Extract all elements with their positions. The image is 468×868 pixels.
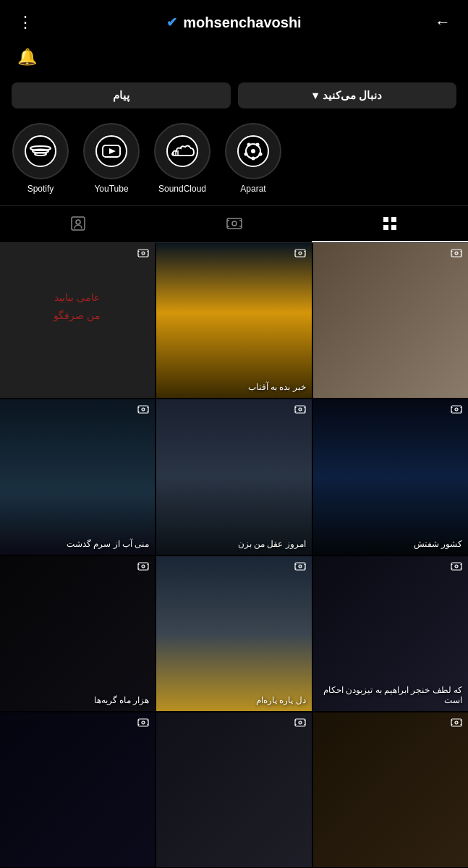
grid-item-7[interactable]: هزار ماه گریه‌ها (0, 556, 155, 711)
verified-icon: ✔ (166, 14, 177, 30)
svg-point-20 (76, 220, 80, 224)
message-button[interactable]: پیام (12, 82, 231, 109)
svg-point-106 (456, 722, 456, 723)
grid-item-9[interactable]: که لطف خنجر ابراهیم به تیزبودن احکام است (313, 556, 468, 711)
bell-icon: 🔔 (17, 48, 37, 66)
grid-item-1[interactable] (0, 243, 155, 398)
grid-text-8: دل پاره پاره‌ام (162, 695, 305, 705)
svg-rect-19 (72, 217, 85, 230)
highlight-label-youtube: YouTube (94, 184, 128, 194)
grid-item-5[interactable]: امروز عقل من بزن (156, 399, 311, 554)
highlight-item-aparat[interactable]: Aparat (224, 123, 282, 194)
highlight-item-soundcloud[interactable]: SoundCloud (153, 123, 211, 194)
grid-item-8[interactable]: دل پاره پاره‌ام (156, 556, 311, 711)
action-bar: پیام ▾ دنبال می‌کنید (0, 75, 468, 119)
highlight-circle-soundcloud (154, 123, 210, 179)
reel-icon-12 (451, 717, 462, 731)
highlight-item-youtube[interactable]: YouTube (82, 123, 140, 194)
reel-icon-9 (451, 561, 462, 575)
svg-point-36 (299, 253, 300, 254)
svg-point-50 (143, 409, 144, 410)
reel-icon-5 (294, 404, 306, 418)
grid-item-2[interactable]: خبر بده به آفتاب (156, 243, 311, 398)
dots-icon: ⋮ (17, 13, 33, 31)
reel-icon-3 (451, 247, 462, 262)
svg-rect-26 (391, 225, 396, 230)
back-button[interactable]: ← (432, 10, 454, 35)
reel-icon-6 (451, 404, 462, 418)
reel-icon-10 (137, 717, 149, 731)
tab-tagged[interactable] (0, 206, 156, 242)
highlight-label-aparat: Aparat (240, 184, 265, 194)
reel-icon-11 (294, 717, 306, 731)
tab-grid[interactable] (312, 206, 468, 242)
highlight-circle-youtube (83, 123, 140, 179)
svg-point-92 (143, 722, 144, 723)
svg-point-22 (232, 221, 237, 226)
svg-point-71 (143, 566, 144, 566)
username: mohsenchavoshi (183, 14, 301, 31)
svg-point-85 (456, 566, 456, 566)
grid-item-11[interactable] (156, 712, 311, 867)
grid-item-3[interactable] (313, 243, 468, 398)
post-grid: خبر بده به آفتاب منی آب از سرم گذشت امرو… (0, 243, 468, 867)
highlight-label-spotify: Spotify (27, 184, 54, 194)
svg-point-15 (256, 143, 260, 147)
svg-point-18 (244, 153, 248, 156)
highlight-circle-aparat (225, 123, 281, 179)
top-bar: ⋮ ✔ mohsenchavoshi ← (0, 0, 468, 45)
svg-point-16 (259, 153, 263, 156)
svg-rect-24 (391, 217, 396, 222)
svg-point-13 (251, 149, 255, 153)
highlight-item-spotify[interactable]: Spotify (12, 123, 69, 194)
highlight-label-soundcloud: SoundCloud (158, 184, 206, 194)
svg-point-78 (299, 566, 300, 566)
grid-text-6: کشور شفتش (319, 539, 462, 549)
follow-chevron-icon: ▾ (312, 89, 318, 102)
follow-button[interactable]: ▾ دنبال می‌کنید (238, 82, 457, 109)
svg-point-7 (167, 136, 197, 166)
grid-item-12[interactable] (313, 712, 468, 867)
reel-icon-2 (294, 247, 306, 262)
follow-label: دنبال می‌کنید (323, 89, 382, 102)
grid-item-6[interactable]: کشور شفتش (313, 399, 468, 554)
highlight-circle-spotify (12, 123, 69, 179)
svg-rect-25 (383, 225, 388, 230)
highlights-row: Spotify YouTube SoundCloud (0, 119, 468, 205)
grid-text-7: هزار ماه گریه‌ها (6, 695, 149, 705)
grid-text-9: که لطف خنجر ابراهیم به تیزبودن احکام است (319, 685, 462, 705)
reel-icon-8 (294, 561, 306, 575)
grid-text-2: خبر بده به آفتاب (162, 382, 305, 392)
svg-point-99 (299, 722, 300, 723)
reel-icon-1 (137, 247, 149, 262)
svg-rect-21 (227, 218, 242, 229)
svg-point-57 (299, 409, 300, 410)
svg-point-29 (143, 253, 144, 254)
notification-area: 🔔 (0, 45, 468, 75)
username-area: ✔ mohsenchavoshi (166, 14, 301, 31)
grid-item-10[interactable] (0, 712, 155, 867)
reel-icon-7 (137, 561, 149, 575)
reel-icon-4 (137, 404, 149, 418)
svg-point-64 (456, 409, 456, 410)
svg-rect-23 (383, 217, 388, 222)
menu-button[interactable]: ⋮ (14, 10, 36, 35)
grid-text-4: منی آب از سرم گذشت (6, 539, 149, 549)
grid-item-4[interactable]: منی آب از سرم گذشت (0, 399, 155, 554)
svg-point-17 (252, 157, 255, 161)
notification-button[interactable]: 🔔 (14, 45, 40, 69)
svg-point-14 (247, 143, 251, 147)
tab-bar (0, 205, 468, 243)
tab-reels[interactable] (156, 206, 312, 242)
svg-point-43 (456, 253, 456, 254)
back-icon: ← (435, 13, 451, 31)
grid-text-5: امروز عقل من بزن (162, 539, 305, 549)
